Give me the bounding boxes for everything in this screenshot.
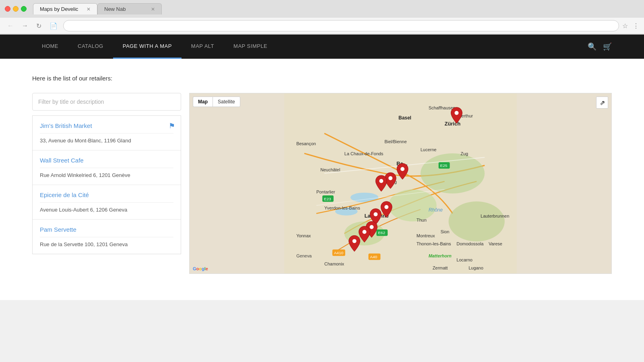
list-item[interactable]: Epicerie de la Cité Avenue Louis-Aubert … [33,185,181,220]
map-container[interactable]: Winterthur Zürich Zug Lucerne Besançon B… [189,93,612,274]
list-item[interactable]: ⚑ Jim's British Market 33, Avenue du Mon… [33,116,181,150]
nav-icons: 🔍 🛒 [588,42,612,51]
svg-text:Montreux: Montreux [417,233,435,238]
svg-text:Basel: Basel [398,115,411,121]
browser-toolbar: ← → ↻ 📄 ☆ ⋮ [0,18,644,34]
svg-text:Zermatt: Zermatt [433,265,448,270]
svg-text:A40: A40 [370,255,377,259]
svg-text:A410: A410 [334,251,344,255]
svg-text:Biel/Bienne: Biel/Bienne [384,139,407,144]
map-controls: Map Satellite [193,97,240,107]
page-intro: Here is the list of our retailers: [32,75,612,82]
svg-point-53 [362,230,366,234]
nav-home[interactable]: HOME [32,35,68,59]
filter-input[interactable] [32,93,181,111]
svg-point-55 [353,239,357,243]
svg-text:E62: E62 [378,230,385,235]
toolbar-icons: ☆ ⋮ [622,22,639,30]
svg-point-3 [388,189,436,222]
map-view-button[interactable]: Map [193,97,213,107]
page-icon: 📄 [47,21,60,31]
tab-close-icon[interactable]: ✕ [87,6,91,12]
map-background: Winterthur Zürich Zug Lucerne Besançon B… [190,93,611,274]
nav-items: HOME CATALOG PAGE WITH A MAP MAP ALT MAP… [32,35,588,59]
expand-icon: ⇗ [600,99,605,107]
bookmark-star-icon[interactable]: ☆ [622,22,628,30]
reload-button[interactable]: ↻ [34,21,44,31]
tab-close-icon[interactable]: ✕ [151,6,155,12]
nav-page-with-map[interactable]: PAGE WITH A MAP [113,35,182,59]
svg-point-6 [448,202,504,242]
main-layout: ⚑ Jim's British Market 33, Avenue du Mon… [32,93,612,274]
svg-text:Thun: Thun [417,218,427,222]
svg-text:Yonnax: Yonnax [296,233,311,238]
svg-text:Neuchâtel: Neuchâtel [320,167,340,172]
back-button[interactable]: ← [5,21,16,31]
svg-text:Geneva: Geneva [296,253,312,258]
list-item[interactable]: Pam Servette Rue de la Servette 100, 120… [33,220,181,254]
google-logo: Google [193,266,208,271]
maximize-window-button[interactable] [21,6,27,12]
svg-text:Locarno: Locarno [456,257,473,262]
forward-button[interactable]: → [19,21,31,31]
svg-text:Rhône: Rhône [429,207,443,213]
search-icon[interactable]: 🔍 [588,42,597,51]
nav-map-simple[interactable]: MAP SIMPLE [224,35,277,59]
svg-text:E25: E25 [440,163,448,168]
svg-text:Domodossola: Domodossola [456,241,484,246]
svg-point-4 [421,153,485,193]
store-address: Avenue Louis-Aubert 6, 1206 Geneva [40,207,173,213]
svg-text:Pontarlier: Pontarlier [316,189,335,194]
list-item[interactable]: Wall Street Cafe Rue Arnold Winkelried 6… [33,150,181,185]
store-list: ⚑ Jim's British Market 33, Avenue du Mon… [32,115,181,254]
svg-point-51 [374,212,378,216]
cart-icon[interactable]: 🛒 [603,42,612,51]
svg-point-47 [454,111,458,115]
svg-text:Sion: Sion [441,229,450,234]
svg-point-49 [388,176,392,180]
minimize-window-button[interactable] [13,6,19,12]
svg-text:Thonon-les-Bains: Thonon-les-Bains [417,241,451,246]
tab-label: New Nab [104,6,126,12]
satellite-view-button[interactable]: Satellite [213,97,240,107]
svg-point-52 [369,225,374,229]
svg-text:Lucerne: Lucerne [421,147,437,152]
svg-text:Chamonix: Chamonix [324,261,345,266]
map-expand-button[interactable]: ⇗ [596,97,608,109]
store-divider [40,168,173,168]
svg-text:Varese: Varese [489,241,502,246]
close-window-button[interactable] [5,6,10,12]
page-content: Here is the list of our retailers: ⚑ Jim… [0,59,644,300]
store-address: 33, Avenue du Mont-Blanc, 1196 Gland [40,138,173,144]
svg-text:E23: E23 [324,197,331,201]
store-address: Rue de la Servette 100, 1201 Geneva [40,241,173,247]
svg-text:Schaffhausen: Schaffhausen [429,105,456,110]
address-bar[interactable] [63,20,619,31]
store-address: Rue Arnold Winkelried 6, 1201 Genève [40,172,173,178]
store-divider [40,237,173,237]
svg-text:Lauterbrunnen: Lauterbrunnen [481,214,509,218]
site-nav: HOME CATALOG PAGE WITH A MAP MAP ALT MAP… [0,35,644,59]
nav-map-alt[interactable]: MAP ALT [182,35,224,59]
store-name: Jim's British Market [40,122,173,129]
store-name: Epicerie de la Cité [40,191,173,198]
svg-text:Yverdon-les-Bains: Yverdon-les-Bains [324,206,360,210]
traffic-lights [5,6,27,12]
tab-label: Maps by Develic [40,6,78,12]
browser-chrome: Maps by Develic ✕ New Nab ✕ ← → ↻ 📄 ☆ ⋮ [0,0,644,35]
store-divider [40,133,173,134]
bookmark-icon: ⚑ [169,121,175,130]
store-divider [40,202,173,203]
svg-text:Besançon: Besançon [296,141,316,146]
svg-text:Lugano: Lugano [469,265,483,270]
svg-point-54 [379,179,383,183]
nav-catalog[interactable]: CATALOG [68,35,113,59]
svg-text:La Chaux-de-Fonds: La Chaux-de-Fonds [345,151,384,156]
left-panel: ⚑ Jim's British Market 33, Avenue du Mon… [32,93,181,274]
browser-tabs: Maps by Develic ✕ New Nab ✕ [33,3,162,14]
tab-maps-by-develic[interactable]: Maps by Develic ✕ [33,3,97,14]
tab-new-nab[interactable]: New Nab ✕ [97,3,162,14]
svg-point-50 [384,205,388,209]
store-name: Wall Street Cafe [40,157,173,164]
menu-icon[interactable]: ⋮ [633,22,639,30]
